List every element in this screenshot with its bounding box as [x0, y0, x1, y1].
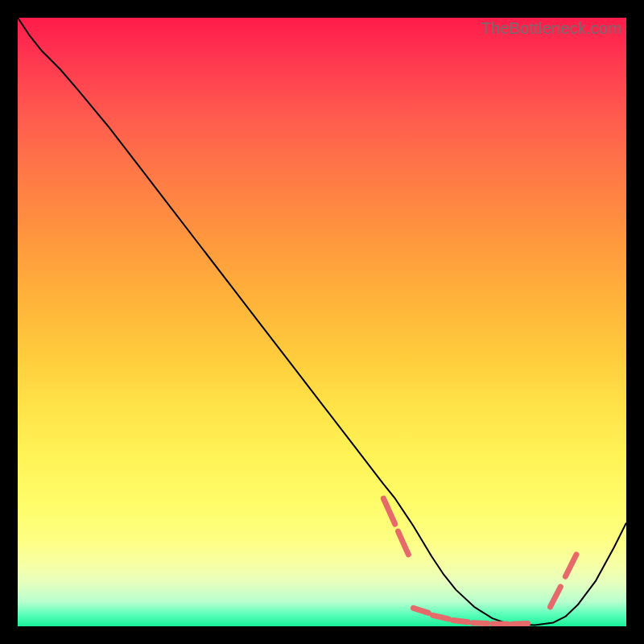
highlight-dash: [383, 498, 394, 524]
highlight-dashes: [383, 498, 576, 624]
highlight-dash: [551, 587, 561, 607]
highlight-dash: [565, 555, 576, 576]
highlight-dash: [473, 623, 487, 624]
highlight-dash: [433, 615, 449, 619]
chart-frame: TheBottleneck.com: [0, 0, 644, 644]
highlight-dash: [453, 620, 469, 621]
watermark-text: TheBottleneck.com: [481, 19, 621, 38]
highlight-dash: [398, 531, 409, 555]
bottleneck-curve: [18, 18, 626, 625]
highlight-dash: [513, 624, 528, 625]
chart-svg: [18, 18, 626, 626]
highlight-dash: [413, 608, 428, 613]
plot-area: TheBottleneck.com: [18, 18, 626, 626]
